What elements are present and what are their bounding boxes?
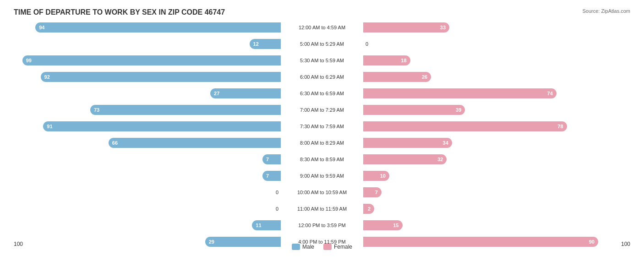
female-bar: 7 (363, 187, 382, 197)
female-bar: 34 (363, 138, 452, 148)
male-value-label: 99 (26, 58, 32, 63)
male-value-label: 7 (266, 173, 269, 179)
female-bar: 78 (363, 121, 567, 131)
female-value-label: 0 (366, 41, 368, 47)
female-value-label: 26 (422, 74, 427, 80)
female-bar-side: 18 (363, 53, 410, 68)
female-value-label: 34 (443, 140, 448, 146)
male-value-label: 73 (94, 107, 99, 113)
chart-row: 737:00 AM to 7:29 AM39 (14, 103, 630, 117)
male-value-label: 27 (214, 91, 219, 96)
chart-row: 125:00 AM to 5:29 AM0 (14, 37, 630, 51)
male-bar: 27 (210, 88, 281, 98)
chart-row: 1112:00 PM to 3:59 PM15 (14, 218, 630, 233)
male-bar: 94 (35, 22, 281, 33)
chart-container: TIME OF DEPARTURE TO WORK BY SEX IN ZIP … (0, 0, 644, 272)
female-bar-side: 32 (363, 152, 447, 167)
male-bar: 92 (41, 72, 281, 82)
male-bar-side: 29 (205, 234, 281, 249)
female-bar-side: 10 (363, 169, 389, 183)
chart-row: 917:30 AM to 7:59 AM78 (14, 119, 630, 134)
male-value-label: 7 (266, 157, 269, 162)
female-bar: 74 (363, 88, 557, 98)
time-range-label: 8:30 AM to 8:59 AM (281, 157, 363, 162)
female-bar-side: 39 (363, 103, 465, 117)
female-bar-side: 74 (363, 86, 557, 101)
chart-row: 294:00 PM to 11:59 PM90 (14, 234, 630, 249)
female-value-label: 7 (375, 190, 378, 195)
female-bar: 15 (363, 220, 403, 230)
chart-title: TIME OF DEPARTURE TO WORK BY SEX IN ZIP … (14, 8, 630, 16)
chart-row: 78:30 AM to 8:59 AM32 (14, 152, 630, 167)
female-bar: 39 (363, 105, 465, 115)
chart-row: 995:30 AM to 5:59 AM18 (14, 53, 630, 68)
time-range-label: 6:30 AM to 6:59 AM (281, 91, 363, 96)
male-value-label: 94 (39, 25, 44, 30)
male-value-label: 0 (276, 190, 278, 195)
time-range-label: 7:00 AM to 7:29 AM (281, 107, 363, 113)
time-range-label: 9:00 AM to 9:59 AM (281, 173, 363, 179)
male-bar: 12 (250, 39, 281, 49)
male-value-label: 11 (256, 223, 261, 228)
male-bar-side: 66 (109, 136, 281, 150)
time-range-label: 5:00 AM to 5:29 AM (281, 41, 363, 47)
male-bar-side: 0 (273, 185, 281, 200)
male-bar: 7 (262, 154, 281, 164)
male-bar: 73 (90, 105, 281, 115)
female-bar: 10 (363, 171, 389, 181)
female-bar: 26 (363, 72, 431, 82)
male-bar: 7 (262, 171, 281, 181)
male-bar-side: 73 (90, 103, 281, 117)
chart-row: 010:00 AM to 10:59 AM7 (14, 185, 630, 200)
male-value-label: 0 (276, 206, 278, 212)
male-bar: 66 (109, 138, 281, 148)
male-bar-side: 11 (252, 218, 281, 233)
female-value-label: 18 (401, 58, 406, 63)
male-bar: 99 (22, 55, 281, 65)
male-value-label: 91 (47, 124, 52, 129)
male-value-label: 12 (253, 41, 259, 47)
time-range-label: 12:00 AM to 4:59 AM (281, 25, 363, 30)
male-bar-side: 91 (43, 119, 281, 134)
male-bar-side: 7 (262, 169, 281, 183)
male-bar-side: 0 (273, 201, 281, 216)
time-range-label: 5:30 AM to 5:59 AM (281, 58, 363, 63)
time-range-label: 4:00 PM to 11:59 PM (281, 239, 363, 245)
chart-area: 9412:00 AM to 4:59 AM33125:00 AM to 5:29… (14, 20, 630, 240)
chart-row: 926:00 AM to 6:29 AM26 (14, 70, 630, 84)
male-bar-side: 99 (22, 53, 281, 68)
male-bar: 91 (43, 121, 281, 131)
female-bar-side: 26 (363, 70, 431, 84)
female-bar: 90 (363, 237, 598, 247)
time-range-label: 8:00 AM to 8:29 AM (281, 140, 363, 146)
female-value-label: 78 (557, 124, 563, 129)
female-bar: 32 (363, 154, 447, 164)
female-bar-side: 15 (363, 218, 403, 233)
chart-row: 79:00 AM to 9:59 AM10 (14, 169, 630, 183)
time-range-label: 6:00 AM to 6:29 AM (281, 74, 363, 80)
female-bar: 33 (363, 22, 449, 33)
female-bar-side: 90 (363, 234, 598, 249)
female-bar-side: 33 (363, 20, 449, 35)
male-bar-side: 7 (262, 152, 281, 167)
female-value-label: 2 (368, 206, 371, 212)
female-bar: 18 (363, 55, 410, 65)
female-bar-side: 0 (363, 37, 371, 51)
female-value-label: 32 (437, 157, 443, 162)
chart-row: 668:00 AM to 8:29 AM34 (14, 136, 630, 150)
chart-row: 011:00 AM to 11:59 AM2 (14, 201, 630, 216)
male-bar: 11 (252, 220, 281, 230)
female-bar-side: 78 (363, 119, 567, 134)
time-range-label: 10:00 AM to 10:59 AM (281, 190, 363, 195)
chart-row: 276:30 AM to 6:59 AM74 (14, 86, 630, 101)
time-range-label: 12:00 PM to 3:59 PM (281, 223, 363, 228)
female-value-label: 15 (393, 223, 398, 228)
female-bar: 2 (363, 204, 374, 214)
female-value-label: 39 (456, 107, 461, 113)
male-bar: 29 (205, 237, 281, 247)
female-bar-side: 7 (363, 185, 382, 200)
female-value-label: 33 (440, 25, 446, 30)
female-value-label: 90 (589, 239, 595, 245)
time-range-label: 11:00 AM to 11:59 AM (281, 206, 363, 212)
source-text: Source: ZipAtlas.com (582, 8, 630, 14)
